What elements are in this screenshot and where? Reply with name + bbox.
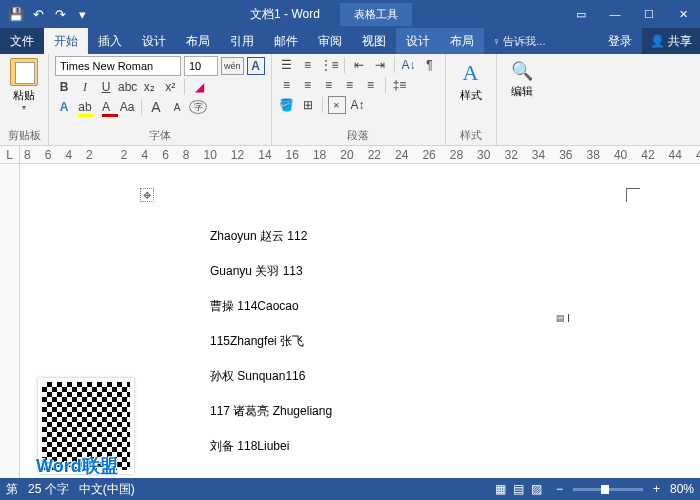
ruler-corner: L bbox=[0, 146, 20, 163]
maximize-icon[interactable]: ☐ bbox=[632, 0, 666, 28]
status-language[interactable]: 中文(中国) bbox=[79, 481, 135, 498]
document-content[interactable]: Zhaoyun 赵云 112Guanyu 关羽 113曹操 114Caocao1… bbox=[210, 228, 700, 455]
numbering-button[interactable]: ≡ bbox=[299, 56, 317, 74]
ribbon-options-icon[interactable]: ▭ bbox=[564, 0, 598, 28]
tab-review[interactable]: 审阅 bbox=[308, 28, 352, 54]
save-icon[interactable]: 💾 bbox=[6, 4, 26, 24]
web-layout-icon[interactable]: ▨ bbox=[528, 482, 546, 496]
zoom-level[interactable]: 80% bbox=[670, 482, 694, 496]
styles-button[interactable]: A 样式 bbox=[452, 56, 490, 126]
group-styles: A 样式 样式 bbox=[446, 54, 497, 145]
ruler-mark: 44 bbox=[669, 148, 682, 162]
pinyin-guide-button[interactable]: wén bbox=[221, 57, 244, 75]
tell-me[interactable]: ♀ 告诉我... bbox=[484, 28, 598, 54]
show-marks-button[interactable]: ¶ bbox=[421, 56, 439, 74]
ribbon-tabs: 文件 开始 插入 设计 布局 引用 邮件 审阅 视图 设计 布局 ♀ 告诉我..… bbox=[0, 28, 700, 54]
line-spacing-button[interactable]: ‡≡ bbox=[391, 76, 409, 94]
group-clipboard: 粘贴 ▾ 剪贴板 bbox=[0, 54, 49, 145]
ruler-mark: 40 bbox=[614, 148, 627, 162]
styles-btn-label: 样式 bbox=[460, 88, 482, 103]
char-border-button[interactable]: A bbox=[247, 57, 265, 75]
tab-references[interactable]: 引用 bbox=[220, 28, 264, 54]
snap-grid-button[interactable]: ✕ bbox=[328, 96, 346, 114]
ruler-mark: 38 bbox=[587, 148, 600, 162]
shrink-font-button[interactable]: A bbox=[168, 98, 186, 116]
document-line[interactable]: 孙权 Sunquan116 bbox=[210, 368, 700, 385]
group-label-paragraph: 段落 bbox=[278, 126, 439, 145]
qat-more-icon[interactable]: ▾ bbox=[72, 4, 92, 24]
close-icon[interactable]: ✕ bbox=[666, 0, 700, 28]
align-left-button[interactable]: ≡ bbox=[278, 76, 296, 94]
sort-button[interactable]: A↓ bbox=[400, 56, 418, 74]
tab-design[interactable]: 设计 bbox=[132, 28, 176, 54]
view-buttons[interactable]: ▦▤▨ bbox=[492, 482, 546, 496]
document-title: 文档1 - Word bbox=[250, 6, 320, 23]
print-layout-icon[interactable]: ▤ bbox=[510, 482, 528, 496]
asian-layout-button[interactable]: A↕ bbox=[349, 96, 367, 114]
minimize-icon[interactable]: — bbox=[598, 0, 632, 28]
distribute-button[interactable]: ≡ bbox=[362, 76, 380, 94]
bold-button[interactable]: B bbox=[55, 78, 73, 96]
highlight-button[interactable]: ab bbox=[76, 98, 94, 116]
contextual-tab-title: 表格工具 bbox=[340, 3, 412, 26]
zoom-in-button[interactable]: + bbox=[653, 482, 660, 496]
superscript-button[interactable]: x² bbox=[161, 78, 179, 96]
table-resize-handle[interactable] bbox=[626, 188, 640, 202]
table-anchor-icon[interactable]: ✥ bbox=[140, 188, 154, 202]
redo-icon[interactable]: ↷ bbox=[50, 4, 70, 24]
decrease-indent-button[interactable]: ⇤ bbox=[350, 56, 368, 74]
increase-indent-button[interactable]: ⇥ bbox=[371, 56, 389, 74]
italic-button[interactable]: I bbox=[76, 78, 94, 96]
status-page[interactable]: 第 bbox=[6, 481, 18, 498]
horizontal-ruler[interactable]: L 86422468101214161820222426283032343638… bbox=[0, 146, 700, 164]
document-area: ✥ Zhaoyun 赵云 112Guanyu 关羽 113曹操 114Caoca… bbox=[0, 164, 700, 478]
align-center-button[interactable]: ≡ bbox=[299, 76, 317, 94]
tab-home[interactable]: 开始 bbox=[44, 28, 88, 54]
tab-table-design[interactable]: 设计 bbox=[396, 28, 440, 54]
document-line[interactable]: Zhaoyun 赵云 112 bbox=[210, 228, 700, 245]
ruler-mark: 28 bbox=[450, 148, 463, 162]
document-line[interactable]: 115Zhangfei 张飞 bbox=[210, 333, 700, 350]
tab-view[interactable]: 视图 bbox=[352, 28, 396, 54]
font-size-combo[interactable]: 10 bbox=[184, 56, 218, 76]
underline-button[interactable]: U bbox=[97, 78, 115, 96]
group-font: Times New Roman 10 wén A B I U abc x₂ x²… bbox=[49, 54, 272, 145]
zoom-out-button[interactable]: − bbox=[556, 482, 563, 496]
justify-button[interactable]: ≡ bbox=[341, 76, 359, 94]
vertical-ruler[interactable] bbox=[0, 164, 20, 478]
tab-insert[interactable]: 插入 bbox=[88, 28, 132, 54]
paste-button[interactable]: 粘贴 ▾ bbox=[6, 56, 42, 114]
document-line[interactable]: 刘备 118Liubei bbox=[210, 438, 700, 455]
clear-format-button[interactable]: ◢ bbox=[190, 78, 208, 96]
zoom-slider[interactable] bbox=[573, 488, 643, 491]
editing-button[interactable]: 🔍 编辑 bbox=[503, 56, 541, 141]
login-link[interactable]: 登录 bbox=[598, 28, 642, 54]
status-wordcount[interactable]: 25 个字 bbox=[28, 481, 69, 498]
text-effects-button[interactable]: A bbox=[55, 98, 73, 116]
enclose-char-button[interactable]: 字 bbox=[189, 100, 207, 114]
tab-mail[interactable]: 邮件 bbox=[264, 28, 308, 54]
align-right-button[interactable]: ≡ bbox=[320, 76, 338, 94]
ruler-mark: 42 bbox=[641, 148, 654, 162]
font-family-combo[interactable]: Times New Roman bbox=[55, 56, 181, 76]
undo-icon[interactable]: ↶ bbox=[28, 4, 48, 24]
tab-layout[interactable]: 布局 bbox=[176, 28, 220, 54]
char-shading-button[interactable]: Aa bbox=[118, 98, 136, 116]
multilevel-button[interactable]: ⋮≡ bbox=[320, 56, 339, 74]
strike-button[interactable]: abc bbox=[118, 78, 137, 96]
tab-table-layout[interactable]: 布局 bbox=[440, 28, 484, 54]
borders-button[interactable]: ⊞ bbox=[299, 96, 317, 114]
title-bar: 💾 ↶ ↷ ▾ 文档1 - Word 表格工具 ▭ — ☐ ✕ bbox=[0, 0, 700, 28]
page[interactable]: ✥ Zhaoyun 赵云 112Guanyu 关羽 113曹操 114Caoca… bbox=[20, 164, 700, 478]
read-mode-icon[interactable]: ▦ bbox=[492, 482, 510, 496]
grow-font-button[interactable]: A bbox=[147, 98, 165, 116]
document-line[interactable]: Guanyu 关羽 113 bbox=[210, 263, 700, 280]
font-color-button[interactable]: A bbox=[97, 98, 115, 116]
bullets-button[interactable]: ☰ bbox=[278, 56, 296, 74]
share-button[interactable]: 👤共享 bbox=[642, 28, 700, 54]
tab-file[interactable]: 文件 bbox=[0, 28, 44, 54]
shading-button[interactable]: 🪣 bbox=[278, 96, 296, 114]
document-line[interactable]: 曹操 114Caocao bbox=[210, 298, 700, 315]
document-line[interactable]: 117 诸葛亮 Zhugeliang bbox=[210, 403, 700, 420]
subscript-button[interactable]: x₂ bbox=[140, 78, 158, 96]
